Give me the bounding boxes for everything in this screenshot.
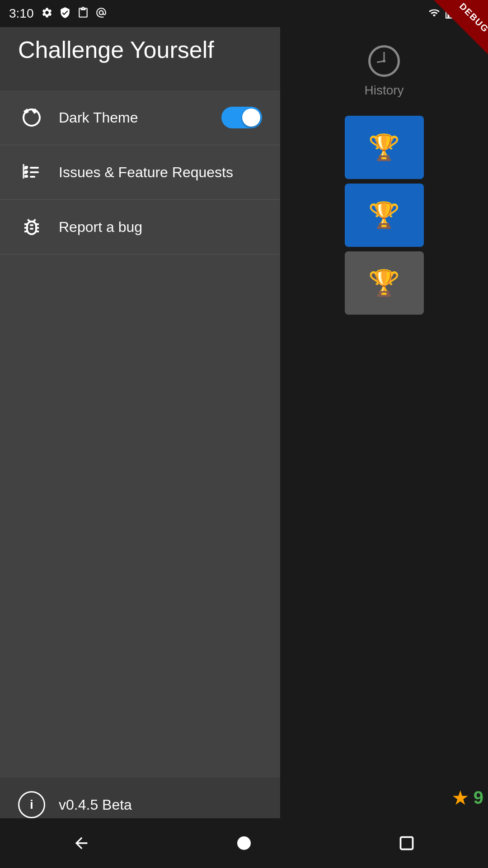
dark-theme-label: Dark Theme (59, 109, 221, 126)
list-icon (18, 159, 45, 186)
home-button[interactable] (230, 830, 258, 857)
trophy-card-2[interactable]: 🏆 (345, 184, 424, 247)
trophy-icon-1: 🏆 (368, 132, 400, 162)
svg-rect-9 (30, 167, 39, 169)
nav-bar (0, 818, 488, 868)
app-title: Challenge Yourself (18, 36, 262, 63)
trophy-icon-2: 🏆 (368, 200, 400, 230)
dark-theme-item[interactable]: Dark Theme (0, 90, 280, 145)
star-rating[interactable]: ★ 9 (451, 786, 483, 809)
issues-item[interactable]: Issues & Feature Requests (0, 145, 280, 200)
version-label: v0.4.5 Beta (59, 797, 132, 813)
info-icon: i (18, 791, 45, 818)
back-button[interactable] (68, 830, 95, 857)
settings-list: Dark Theme Issues & Feature Requests (0, 90, 280, 778)
debug-label: DEBUG (457, 1, 488, 34)
svg-point-14 (237, 836, 251, 850)
history-section[interactable]: History (364, 45, 404, 98)
settings-icon (41, 7, 53, 20)
trophy-card-3[interactable]: 🏆 (345, 251, 424, 315)
bug-icon (18, 213, 45, 241)
left-panel: Challenge Yourself Dark Theme (0, 0, 280, 868)
svg-rect-8 (24, 175, 28, 178)
history-label: History (364, 83, 404, 98)
clipboard-icon (77, 7, 89, 20)
issues-label: Issues & Feature Requests (59, 164, 262, 181)
report-bug-label: Report a bug (59, 219, 262, 236)
theme-icon (18, 104, 45, 131)
status-time: 3:10 (9, 6, 34, 21)
svg-rect-11 (30, 176, 35, 178)
status-icons-left (41, 7, 107, 20)
dark-theme-toggle[interactable] (221, 107, 262, 128)
right-panel: History 🏆 🏆 🏆 ★ 9 (280, 0, 488, 868)
shield-icon (59, 7, 71, 20)
toggle-knob (242, 108, 260, 127)
svg-rect-13 (30, 228, 33, 230)
history-icon (368, 45, 400, 77)
svg-rect-12 (30, 224, 33, 226)
trophy-icon-3: 🏆 (368, 268, 400, 298)
star-icon: ★ (451, 786, 469, 809)
status-bar: 3:10 (0, 0, 488, 27)
svg-rect-15 (401, 837, 413, 849)
trophy-card-1[interactable]: 🏆 (345, 116, 424, 179)
report-bug-item[interactable]: Report a bug (0, 200, 280, 255)
at-icon (95, 7, 107, 20)
star-count: 9 (474, 788, 483, 808)
svg-rect-10 (30, 171, 39, 173)
trophy-cards: 🏆 🏆 🏆 (280, 116, 488, 315)
recents-button[interactable] (393, 830, 420, 857)
debug-banner: DEBUG (434, 0, 488, 54)
